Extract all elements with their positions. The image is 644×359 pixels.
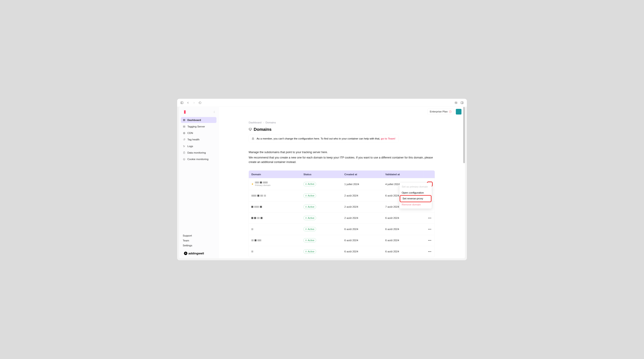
server-icon <box>183 125 186 128</box>
svg-rect-0 <box>181 102 183 104</box>
status-badge: Active <box>303 205 316 209</box>
svg-point-24 <box>184 160 184 160</box>
sidebar-link-team[interactable]: Team <box>183 239 215 242</box>
tag-icon <box>183 138 186 141</box>
svg-point-34 <box>305 240 306 241</box>
svg-rect-7 <box>461 102 463 104</box>
forward-icon <box>192 100 196 104</box>
row-actions-button[interactable]: ••• <box>427 250 432 253</box>
plan-label: Enterprise Plan <box>430 110 448 113</box>
svg-point-22 <box>184 159 184 159</box>
th-domain: Domain <box>249 170 301 178</box>
status-badge: Active <box>303 182 316 186</box>
sidebar-link-support[interactable]: Support <box>183 234 215 237</box>
panel-toggle-left-icon[interactable] <box>180 100 184 104</box>
row-actions-button[interactable]: ••• <box>427 216 432 220</box>
brand-logo: A addingwell <box>183 252 215 255</box>
sidebar: Dashboard Tagging Server CDN Tag health … <box>179 107 218 258</box>
globe-icon <box>183 132 186 134</box>
table-row: Active6 août 20246 août 2024••• <box>249 235 435 246</box>
row-actions-button[interactable]: ••• <box>427 227 432 231</box>
table-row: Active6 août 20246 août 2024••• <box>249 246 435 257</box>
svg-point-32 <box>305 217 306 218</box>
page-title: Domains <box>254 127 272 132</box>
sidebar-item-dashboard[interactable]: Dashboard <box>181 117 216 123</box>
chevron-right-icon: › <box>263 121 264 124</box>
settings-toggle-icon[interactable] <box>454 100 458 104</box>
plan-badge[interactable]: Enterprise Plan ? <box>428 109 454 115</box>
svg-rect-2 <box>455 102 457 104</box>
svg-point-29 <box>305 183 306 185</box>
user-avatar[interactable] <box>456 109 462 114</box>
sidebar-item-data-monitoring[interactable]: Data monitoring <box>181 150 216 156</box>
svg-rect-20 <box>184 152 184 152</box>
svg-rect-10 <box>184 119 185 120</box>
cell-validated: 6 août 2024 <box>382 224 424 235</box>
cell-created: 6 août 2024 <box>342 246 382 257</box>
info-banner: As a member, you can't change the config… <box>249 134 398 142</box>
svg-rect-28 <box>252 138 254 140</box>
svg-point-31 <box>305 206 306 208</box>
nav-label: Dashboard <box>188 118 201 122</box>
svg-point-33 <box>305 228 306 230</box>
sidebar-item-logs[interactable]: Logs <box>181 143 216 149</box>
sidebar-item-cookie-monitoring[interactable]: Cookie monitoring <box>181 156 216 162</box>
cookie-icon <box>183 158 186 161</box>
status-badge: Active <box>303 238 316 242</box>
sidebar-item-tag-health[interactable]: Tag health <box>181 136 216 142</box>
scrollbar[interactable] <box>463 107 465 163</box>
th-status: Status <box>301 170 342 178</box>
sidebar-item-tagging-server[interactable]: Tagging Server <box>181 124 216 130</box>
panel-toggle-right-icon[interactable] <box>460 100 464 104</box>
menu-set-reverse-proxy[interactable]: Set reverse-proxy <box>400 196 431 202</box>
table-row: Active6 août 20246 août 2024••• <box>249 224 435 235</box>
svg-point-30 <box>305 195 306 196</box>
row-action-menu: Set as primary domain Open configuration… <box>399 183 432 208</box>
sidebar-item-cdn[interactable]: CDN <box>181 130 216 136</box>
cell-created: 1 juillet 2024 <box>342 178 382 190</box>
nav-label: Tag health <box>188 138 200 141</box>
go-to-team-link[interactable]: go to Team! <box>381 137 395 140</box>
svg-point-21 <box>183 158 185 160</box>
reload-icon[interactable] <box>198 100 202 104</box>
row-actions-button[interactable]: ••• <box>427 238 432 242</box>
desc-line-2: We recommend that you create a new one f… <box>249 155 435 164</box>
grid-icon <box>183 119 186 122</box>
svg-rect-11 <box>183 120 184 121</box>
lock-icon <box>252 137 254 140</box>
nav-label: Logs <box>188 145 193 148</box>
cell-created: 2 août 2024 <box>342 201 382 212</box>
th-created: Created at <box>342 170 382 178</box>
svg-rect-13 <box>183 126 185 126</box>
cell-validated: 6 août 2024 <box>382 235 424 246</box>
browser-toolbar <box>177 99 467 107</box>
main: Enterprise Plan ? Dashboard › Domains Do… <box>218 107 465 258</box>
sidebar-link-settings[interactable]: Settings <box>183 244 215 247</box>
monitor-icon <box>249 128 252 131</box>
cursor-icon <box>183 145 186 148</box>
primary-domain-label: Primary domain <box>255 184 270 187</box>
svg-point-35 <box>305 251 306 252</box>
menu-remove-domain: Remove domain <box>399 202 432 208</box>
status-badge: Active <box>303 227 316 231</box>
svg-rect-25 <box>249 128 251 130</box>
cell-created: 6 août 2024 <box>342 235 382 246</box>
workspace-switcher[interactable] <box>181 109 216 115</box>
breadcrumb-current: Domains <box>266 121 276 124</box>
nav-label: Data monitoring <box>188 151 206 154</box>
status-badge: Active <box>303 249 316 254</box>
menu-open-configuration[interactable]: Open configuration <box>399 190 432 196</box>
back-icon[interactable] <box>186 100 190 104</box>
star-icon: ★ <box>251 183 254 186</box>
menu-set-primary: Set as primary domain <box>399 184 432 190</box>
nav-label: CDN <box>188 132 193 134</box>
breadcrumb-root[interactable]: Dashboard <box>249 121 262 124</box>
svg-point-18 <box>184 139 185 139</box>
cell-created: 2 août 2024 <box>342 212 382 224</box>
domains-table: Domain Status Created at Validated at ★P… <box>249 170 435 257</box>
cell-created: 6 août 2024 <box>342 224 382 235</box>
status-badge: Active <box>303 216 316 220</box>
workspace-logo <box>182 110 186 114</box>
svg-rect-14 <box>183 127 185 128</box>
svg-rect-12 <box>184 120 185 121</box>
